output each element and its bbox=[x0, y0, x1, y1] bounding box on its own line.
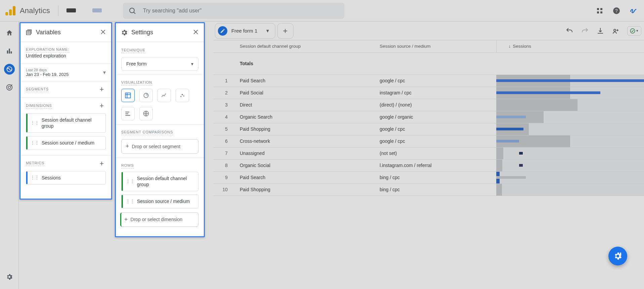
search-bar[interactable] bbox=[123, 3, 344, 19]
cell-dim1: Organic Social bbox=[234, 159, 374, 171]
table-row[interactable]: 7Unassigned(not set) bbox=[214, 147, 644, 159]
table-row[interactable]: 3Direct(direct) / (none) bbox=[214, 99, 644, 111]
scribble-icon[interactable] bbox=[629, 7, 637, 15]
table-row[interactable]: 2Paid Socialinstagram / cpc bbox=[214, 87, 644, 99]
exploration-canvas: Free form 1 ▾ + ▾ bbox=[214, 22, 644, 289]
chevron-down-icon: ▾ bbox=[266, 28, 269, 34]
row-index: 4 bbox=[214, 111, 234, 123]
col-header[interactable]: Session source / medium bbox=[374, 40, 496, 52]
rows-label: ROWS bbox=[121, 163, 134, 168]
table-row[interactable]: 1Paid Searchgoogle / cpc bbox=[214, 75, 644, 87]
viz-line-button[interactable] bbox=[157, 89, 171, 102]
segment-dropzone[interactable]: + Drop or select segment bbox=[121, 139, 198, 154]
row-index: 5 bbox=[214, 123, 234, 135]
plus-icon: + bbox=[124, 216, 128, 223]
metric-chip[interactable]: ⋮⋮Sessions bbox=[26, 171, 106, 184]
svg-rect-4 bbox=[597, 11, 599, 13]
row-chip[interactable]: ⋮⋮Session source / medium bbox=[121, 195, 198, 208]
undo-button[interactable] bbox=[565, 27, 573, 35]
cell-dim2: instagram / cpc bbox=[374, 87, 496, 99]
sample-status[interactable]: ▾ bbox=[627, 26, 641, 36]
viz-geo-button[interactable] bbox=[139, 107, 153, 120]
table-row[interactable]: 10Paid Shoppingbing / cpc bbox=[214, 183, 644, 196]
svg-point-26 bbox=[183, 95, 184, 96]
add-metric-button[interactable]: + bbox=[98, 160, 106, 168]
exploration-name-input[interactable] bbox=[26, 52, 106, 59]
date-range-picker[interactable]: Last 28 days Jan 23 - Feb 19, 2025 ▾ bbox=[26, 68, 106, 77]
apps-icon[interactable] bbox=[596, 7, 604, 15]
viz-donut-button[interactable] bbox=[139, 89, 153, 102]
nav-home[interactable] bbox=[4, 28, 15, 38]
analytics-logo-icon bbox=[5, 6, 16, 15]
edit-icon bbox=[218, 26, 227, 36]
plus-icon: + bbox=[126, 143, 129, 150]
redo-button[interactable] bbox=[581, 27, 589, 35]
viz-table-button[interactable] bbox=[121, 89, 135, 102]
variables-close-icon[interactable] bbox=[100, 29, 106, 37]
tab-name: Free form 1 bbox=[231, 28, 258, 34]
svg-rect-5 bbox=[600, 11, 602, 13]
settings-panel: Settings TECHNIQUE Free form ▾ VISUALIZA… bbox=[115, 22, 205, 237]
cell-sessions bbox=[496, 147, 644, 159]
col-header-sessions[interactable]: ↓Sessions bbox=[496, 40, 644, 52]
variables-icon bbox=[25, 29, 33, 36]
row-index: 3 bbox=[214, 99, 234, 111]
cell-sessions bbox=[496, 123, 644, 135]
table-row[interactable]: 6Cross-networkgoogle / cpc bbox=[214, 135, 644, 147]
settings-close-icon[interactable] bbox=[192, 29, 199, 37]
nav-explore[interactable] bbox=[4, 64, 15, 75]
dimension-chip[interactable]: ⋮⋮Session default channel group bbox=[26, 113, 106, 133]
row-chip[interactable]: ⋮⋮Session default channel group bbox=[121, 172, 198, 191]
app-header: Analytics ? bbox=[0, 0, 644, 22]
cell-dim1: Paid Shopping bbox=[234, 123, 374, 135]
table-row[interactable]: 4Organic Searchgoogle / organic bbox=[214, 111, 644, 123]
cell-dim2: bing / cpc bbox=[374, 171, 496, 183]
add-segment-button[interactable]: + bbox=[98, 85, 106, 93]
search-input[interactable] bbox=[142, 7, 339, 14]
cell-dim1: Paid Shopping bbox=[234, 183, 374, 196]
technique-select[interactable]: Free form ▾ bbox=[121, 57, 198, 71]
exploration-name-label: EXPLORATION NAME: bbox=[26, 47, 69, 52]
col-header[interactable]: Session default channel group bbox=[234, 40, 374, 52]
insights-fab[interactable] bbox=[608, 247, 627, 265]
table-row[interactable]: 9Paid Searchbing / cpc bbox=[214, 171, 644, 183]
chevron-down-icon: ▾ bbox=[103, 69, 106, 76]
svg-point-25 bbox=[182, 94, 183, 95]
add-dimension-button[interactable]: + bbox=[98, 102, 106, 110]
search-icon bbox=[128, 7, 136, 15]
row-index: 9 bbox=[214, 171, 234, 183]
cell-dim1: Paid Search bbox=[234, 75, 374, 87]
cell-dim1: Paid Search bbox=[234, 171, 374, 183]
nav-admin[interactable] bbox=[4, 272, 15, 282]
table-row[interactable]: 8Organic Sociall.instagram.com / referra… bbox=[214, 159, 644, 171]
add-tab-button[interactable]: + bbox=[277, 23, 293, 39]
svg-rect-14 bbox=[27, 32, 30, 32]
settings-title: Settings bbox=[131, 29, 153, 36]
viz-bar-button[interactable] bbox=[121, 107, 135, 120]
svg-point-12 bbox=[8, 86, 10, 88]
metric-label: Sessions bbox=[42, 175, 61, 181]
rows-dropzone[interactable]: + Drop or select dimension bbox=[120, 212, 198, 227]
viz-scatter-button[interactable] bbox=[176, 89, 189, 102]
nav-advertising[interactable] bbox=[4, 82, 15, 93]
dimension-chip[interactable]: ⋮⋮Session source / medium bbox=[26, 136, 106, 150]
help-icon[interactable]: ? bbox=[612, 7, 620, 15]
share-button[interactable] bbox=[612, 27, 620, 35]
row-index: 6 bbox=[214, 135, 234, 147]
tab-freeform[interactable]: Free form 1 ▾ bbox=[215, 24, 275, 38]
segments-label: SEGMENTS bbox=[26, 87, 49, 92]
svg-rect-3 bbox=[600, 8, 602, 10]
download-button[interactable] bbox=[596, 27, 604, 35]
divider bbox=[58, 5, 58, 16]
table-row[interactable]: 5Paid Shoppinggoogle / cpc bbox=[214, 123, 644, 135]
cell-sessions bbox=[496, 159, 644, 171]
nav-reports[interactable] bbox=[4, 46, 15, 56]
technique-value: Free form bbox=[126, 61, 147, 67]
svg-line-1 bbox=[134, 12, 135, 14]
cell-dim2: l.instagram.com / referral bbox=[374, 159, 496, 171]
svg-text:?: ? bbox=[615, 8, 618, 13]
svg-point-0 bbox=[130, 8, 134, 13]
cell-dim1: Paid Social bbox=[234, 87, 374, 99]
row-index: 10 bbox=[214, 183, 234, 196]
visualization-label: VISUALIZATION bbox=[121, 80, 152, 85]
